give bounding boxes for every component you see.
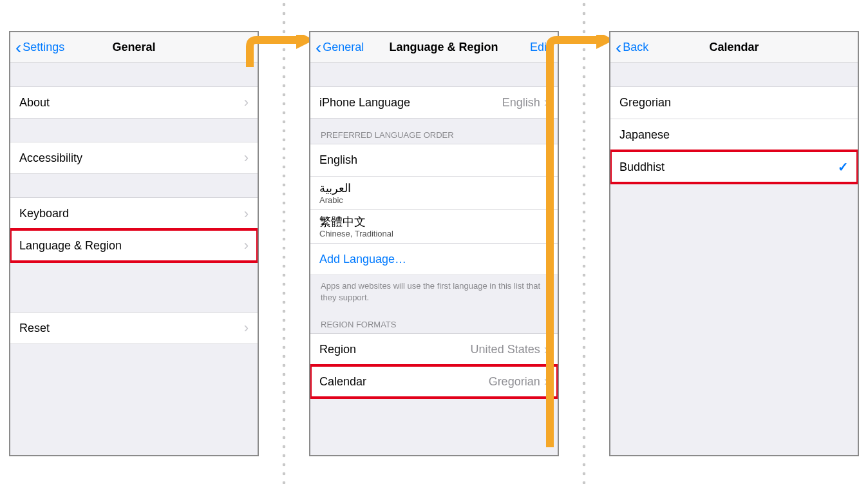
section-footer: Apps and websites will use the first lan… [310,275,558,308]
row-option-japanese[interactable]: Japanese [610,119,858,151]
back-button[interactable]: ‹ Settings [15,39,64,57]
panel-calendar: ‹ Back Calendar Gregorian Japanese Buddh… [609,31,859,456]
divider-dots [582,0,586,484]
row-calendar[interactable]: Calendar Gregorian › [310,365,558,398]
row-option-gregorian[interactable]: Gregorian [610,86,858,119]
section-header-region: REGION FORMATS [310,308,558,333]
row-reset[interactable]: Reset › [10,312,258,344]
section-header-preferred: PREFERRED LANGUAGE ORDER [310,119,558,144]
back-button[interactable]: ‹ General [316,39,364,57]
row-label: Buddhist [619,160,838,174]
row-lang-chinese[interactable]: 繁體中文 Chinese, Traditional [310,209,558,243]
spacer [10,63,258,86]
lang-native: 繁體中文 [319,215,366,229]
chevron-right-icon: › [244,150,249,166]
row-label: Gregorian [619,96,849,110]
back-label: General [323,41,364,54]
row-label: Japanese [619,128,849,142]
chevron-left-icon: ‹ [15,39,21,57]
row-region[interactable]: Region United States › [310,333,558,365]
spacer [10,262,258,312]
chevron-right-icon: › [544,94,549,111]
row-label: English [319,153,549,167]
divider-dots [282,0,286,484]
navbar: ‹ General Language & Region Edit [310,32,558,63]
chevron-right-icon: › [544,342,549,358]
edit-button[interactable]: Edit [530,41,550,54]
back-button[interactable]: ‹ Back [616,39,648,57]
row-about[interactable]: About › [10,86,258,119]
row-label: Keyboard [19,207,244,220]
row-label: Language & Region [19,239,244,253]
lang-native: العربية [319,182,351,196]
back-label: Back [623,41,648,54]
chevron-left-icon: ‹ [616,39,621,57]
row-add-language[interactable]: Add Language… [310,243,558,275]
row-label: About [19,96,244,110]
row-option-buddhist[interactable]: Buddhist ✓ [610,151,858,183]
spacer [610,63,858,86]
row-accessibility[interactable]: Accessibility › [10,142,258,174]
tutorial-flow: ‹ Settings General About › Accessibility… [9,31,859,456]
chevron-left-icon: ‹ [316,39,321,57]
row-keyboard[interactable]: Keyboard › [10,197,258,229]
row-label: Accessibility [19,151,244,165]
row-value: Gregorian [489,375,540,389]
chevron-right-icon: › [244,94,249,111]
row-label: Region [319,343,471,356]
chevron-right-icon: › [544,373,549,390]
back-label: Settings [23,41,64,54]
row-lang-arabic[interactable]: العربية Arabic [310,176,558,209]
row-label: iPhone Language [319,96,502,110]
navbar: ‹ Settings General [10,32,258,63]
row-label: Calendar [319,375,489,389]
lang-sub: Arabic [319,196,343,204]
lang-sub: Chinese, Traditional [319,229,393,238]
spacer [310,63,558,86]
spacer [10,119,258,142]
navbar: ‹ Back Calendar [610,32,858,63]
row-value: English [502,96,540,110]
flow-connector [259,31,309,456]
spacer [10,174,258,197]
row-label: Reset [19,322,244,335]
chevron-right-icon: › [244,320,249,336]
chevron-right-icon: › [244,237,249,254]
chevron-right-icon: › [244,206,249,222]
row-language-region[interactable]: Language & Region › [10,229,258,262]
row-lang-english[interactable]: English [310,144,558,176]
row-label: Add Language… [319,253,549,266]
flow-connector [559,31,609,456]
row-value: United States [471,343,540,356]
panel-language-region: ‹ General Language & Region Edit iPhone … [309,31,559,456]
checkmark-icon: ✓ [838,159,849,175]
panel-general: ‹ Settings General About › Accessibility… [9,31,259,456]
row-iphone-language[interactable]: iPhone Language English › [310,86,558,119]
